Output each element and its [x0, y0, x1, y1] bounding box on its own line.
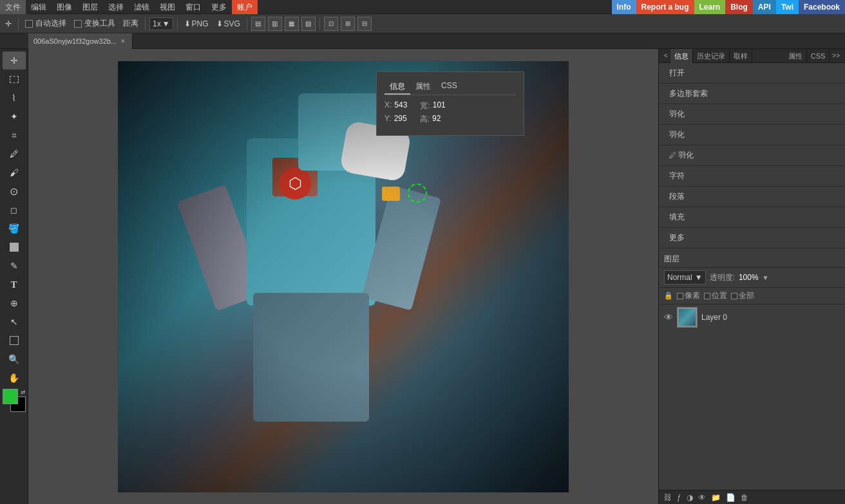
link-layers-icon[interactable]: ⛓: [664, 493, 672, 502]
height-value: 92: [432, 114, 441, 125]
right-tab-sample[interactable]: 取样: [730, 49, 752, 63]
menu-layer[interactable]: 图层: [77, 0, 103, 14]
tool-rect-select[interactable]: [3, 331, 26, 350]
stamp-icon: ⊙: [10, 185, 18, 198]
svg-export-button[interactable]: ⬇ SVG: [214, 16, 243, 32]
right-nav-next[interactable]: >>: [830, 52, 842, 59]
layers-title: 图层: [664, 254, 679, 265]
menu-file[interactable]: 文件: [0, 0, 26, 14]
ext-learn-button[interactable]: Learn: [694, 0, 726, 14]
tool-gradient[interactable]: ⊕: [3, 294, 26, 312]
menu-feather1[interactable]: 羽化: [664, 107, 840, 122]
menu-character[interactable]: 字符: [664, 169, 840, 183]
ext-blog-button[interactable]: Blog: [725, 0, 753, 14]
ext-twi-button[interactable]: Twi: [776, 0, 799, 14]
menu-feather2[interactable]: 羽化: [664, 127, 840, 142]
zoom-dropdown[interactable]: 1x ▼: [149, 17, 173, 30]
right-tab-properties[interactable]: 属性: [784, 49, 807, 63]
layer-thumbnail: [677, 307, 698, 328]
ext-info-button[interactable]: Info: [612, 0, 636, 14]
tool-eyedropper[interactable]: 🖉: [3, 145, 26, 163]
tool-stamp[interactable]: ⊙: [3, 182, 26, 200]
info-tab-info[interactable]: 信息: [385, 80, 410, 95]
tool-move[interactable]: ✛: [3, 51, 26, 70]
menu-edit[interactable]: 编辑: [26, 0, 52, 14]
delete-layer-icon[interactable]: 🗑: [741, 493, 748, 502]
menu-filter[interactable]: 滤镜: [129, 0, 155, 14]
lock-all-checkbox[interactable]: 全部: [731, 290, 754, 301]
tool-crop[interactable]: ⌗: [3, 126, 26, 144]
right-tab-css[interactable]: CSS: [807, 49, 830, 63]
lock-pixels-label: 像素: [685, 290, 700, 301]
color-swatch[interactable]: ⇌: [3, 389, 26, 412]
menu-view[interactable]: 视图: [155, 0, 180, 14]
layer-item-0[interactable]: 👁 Layer 0: [659, 304, 845, 330]
tool-brush[interactable]: 🖌: [3, 163, 26, 182]
png-export-button[interactable]: ⬇ PNG: [182, 16, 211, 32]
layer-name-label: Layer 0: [701, 313, 727, 322]
tool-paint-bucket[interactable]: 🪣: [3, 219, 26, 238]
distribute-button[interactable]: ▧: [301, 17, 316, 31]
lock-position-checkbox[interactable]: 位置: [704, 290, 727, 301]
right-tab-history[interactable]: 历史记录: [693, 49, 730, 63]
menu-fill[interactable]: 填充: [664, 210, 840, 225]
info-tab-properties[interactable]: 属性: [410, 80, 436, 95]
right-tab-info[interactable]: 信息: [670, 49, 693, 63]
folder-icon[interactable]: 📁: [711, 493, 721, 502]
tool-lasso[interactable]: ⌇: [3, 89, 26, 107]
visibility-icon[interactable]: 👁: [698, 493, 706, 502]
align-center-button[interactable]: ▥: [268, 17, 282, 31]
layer-visibility-icon[interactable]: 👁: [664, 312, 673, 322]
info-width-field: 宽: 101: [420, 100, 445, 111]
tab-close-button[interactable]: ✕: [119, 37, 127, 45]
document-tab[interactable]: 006aS0nyjw1f32gow32b... ✕: [28, 33, 133, 49]
checkbox-icon2: [74, 20, 82, 28]
tool-eraser[interactable]: ◻: [3, 201, 26, 219]
foreground-color[interactable]: [3, 389, 18, 404]
auto-select-checkbox[interactable]: 自动选择: [23, 16, 69, 32]
ext-report-button[interactable]: Report a bug: [636, 0, 694, 14]
menu-select[interactable]: 选择: [103, 0, 129, 14]
section-feather1: 羽化: [659, 104, 845, 125]
tool-pen[interactable]: ✎: [3, 257, 26, 275]
menu-account[interactable]: 账户: [232, 0, 258, 14]
frame-button[interactable]: ⊟: [357, 17, 372, 31]
frame-icon: ⊟: [362, 20, 367, 27]
lock-pixels-checkbox[interactable]: 像素: [677, 290, 700, 301]
menu-polygon-lasso[interactable]: 多边形套索: [664, 86, 840, 101]
menu-more[interactable]: 更多: [206, 0, 232, 14]
move-icon: ✛: [5, 19, 12, 28]
right-nav-prev[interactable]: <: [661, 52, 670, 59]
tool-hand[interactable]: ✋: [3, 369, 26, 387]
transform-tool-checkbox[interactable]: 变换工具: [71, 16, 118, 32]
blend-mode-dropdown[interactable]: Normal ▼: [664, 270, 706, 285]
align-left-button[interactable]: ▤: [251, 17, 265, 31]
menu-image[interactable]: 图像: [52, 0, 77, 14]
new-layer-icon[interactable]: 📄: [726, 493, 736, 502]
tool-marquee[interactable]: [3, 70, 26, 88]
color-swap-icon[interactable]: ⇌: [21, 389, 26, 395]
effects-icon[interactable]: ƒ: [677, 493, 681, 502]
menu-more[interactable]: 更多: [664, 230, 840, 245]
lock-row: 🔒 像素 位置 全部: [659, 288, 845, 304]
opacity-value: 100%: [739, 273, 759, 282]
ext-facebook-button[interactable]: Facebook: [799, 0, 845, 14]
tool-shape[interactable]: [3, 238, 26, 256]
menu-open[interactable]: 打开: [664, 66, 840, 80]
height-label: 高:: [420, 114, 430, 125]
align-right-button[interactable]: ▦: [285, 17, 299, 31]
tool-wand[interactable]: ✦: [3, 107, 26, 126]
tool-text[interactable]: T: [3, 275, 26, 294]
tool-path-select[interactable]: ↖: [3, 313, 26, 331]
move-tool[interactable]: ✛: [3, 16, 14, 32]
slice-button[interactable]: ⊞: [341, 17, 355, 31]
tool-zoom[interactable]: 🔍: [3, 350, 26, 368]
crop-button[interactable]: ⊡: [324, 17, 338, 31]
info-tab-css[interactable]: CSS: [436, 80, 462, 95]
distance-tool[interactable]: 距离: [120, 16, 141, 32]
adjustment-icon[interactable]: ◑: [687, 493, 693, 502]
menu-paragraph[interactable]: 段落: [664, 189, 840, 204]
menu-window[interactable]: 窗口: [180, 0, 206, 14]
ext-api-button[interactable]: API: [753, 0, 776, 14]
menu-pen[interactable]: 🖊 羽化: [664, 148, 840, 163]
